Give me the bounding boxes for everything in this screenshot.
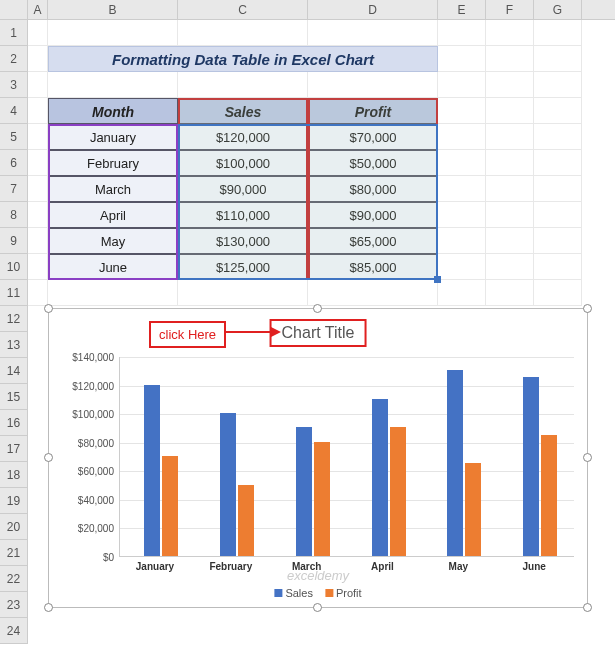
table-row: 7March$90,000$80,000 bbox=[0, 176, 615, 202]
col-header[interactable]: A bbox=[28, 0, 48, 19]
row-header[interactable]: 14 bbox=[0, 358, 28, 384]
row-header[interactable]: 8 bbox=[0, 202, 28, 228]
y-tick-label: $20,000 bbox=[78, 523, 114, 534]
bar-sales[interactable] bbox=[144, 385, 160, 556]
row-header[interactable]: 4 bbox=[0, 98, 28, 124]
col-header[interactable]: G bbox=[534, 0, 582, 19]
y-tick-label: $80,000 bbox=[78, 437, 114, 448]
col-header[interactable]: C bbox=[178, 0, 308, 19]
resize-handle[interactable] bbox=[44, 603, 53, 612]
col-header[interactable]: D bbox=[308, 0, 438, 19]
row-header[interactable]: 16 bbox=[0, 410, 28, 436]
row-header[interactable]: 7 bbox=[0, 176, 28, 202]
row-header[interactable]: 17 bbox=[0, 436, 28, 462]
bar-profit[interactable] bbox=[314, 442, 330, 556]
table-row: 6February$100,000$50,000 bbox=[0, 150, 615, 176]
row-header[interactable]: 5 bbox=[0, 124, 28, 150]
selection-handle[interactable] bbox=[434, 276, 441, 283]
y-tick-label: $140,000 bbox=[72, 352, 114, 363]
x-tick-label: March bbox=[277, 561, 337, 572]
bar-sales[interactable] bbox=[372, 399, 388, 556]
row-header[interactable]: 19 bbox=[0, 488, 28, 514]
row-header[interactable]: 1 bbox=[0, 20, 28, 46]
resize-handle[interactable] bbox=[44, 304, 53, 313]
table-header-sales[interactable]: Sales bbox=[178, 98, 308, 124]
table-header-month[interactable]: Month bbox=[48, 98, 178, 124]
x-tick-label: May bbox=[428, 561, 488, 572]
row-header[interactable]: 12 bbox=[0, 306, 28, 332]
table-row: 9May$130,000$65,000 bbox=[0, 228, 615, 254]
y-tick-label: $120,000 bbox=[72, 380, 114, 391]
y-tick-label: $0 bbox=[103, 552, 114, 563]
legend-item-sales: Sales bbox=[274, 587, 313, 599]
y-tick-label: $60,000 bbox=[78, 466, 114, 477]
resize-handle[interactable] bbox=[583, 304, 592, 313]
col-header[interactable]: E bbox=[438, 0, 486, 19]
bar-sales[interactable] bbox=[220, 413, 236, 556]
chart-title[interactable]: Chart Title bbox=[270, 319, 367, 347]
swatch-icon bbox=[325, 589, 333, 597]
bar-profit[interactable] bbox=[162, 456, 178, 556]
row-header[interactable]: 6 bbox=[0, 150, 28, 176]
col-header[interactable]: F bbox=[486, 0, 534, 19]
x-tick-label: February bbox=[201, 561, 261, 572]
legend-item-profit: Profit bbox=[325, 587, 362, 599]
col-header[interactable]: B bbox=[48, 0, 178, 19]
row-header[interactable]: 10 bbox=[0, 254, 28, 280]
bar-sales[interactable] bbox=[296, 427, 312, 556]
table-row: 5January$120,000$70,000 bbox=[0, 124, 615, 150]
bar-sales[interactable] bbox=[447, 370, 463, 556]
row-header[interactable]: 22 bbox=[0, 566, 28, 592]
swatch-icon bbox=[274, 589, 282, 597]
resize-handle[interactable] bbox=[583, 453, 592, 462]
callout-label: click Here bbox=[149, 321, 226, 348]
table-row: 8April$110,000$90,000 bbox=[0, 202, 615, 228]
resize-handle[interactable] bbox=[313, 304, 322, 313]
bar-profit[interactable] bbox=[465, 463, 481, 556]
row-header[interactable]: 20 bbox=[0, 514, 28, 540]
row-header[interactable]: 23 bbox=[0, 592, 28, 618]
embedded-chart[interactable]: click Here Chart Title $140,000 $120,000… bbox=[48, 308, 588, 608]
table-header-profit[interactable]: Profit bbox=[308, 98, 438, 124]
select-all-corner[interactable] bbox=[0, 0, 28, 19]
x-tick-label: June bbox=[504, 561, 564, 572]
row-header[interactable]: 24 bbox=[0, 618, 28, 644]
x-tick-label: January bbox=[125, 561, 185, 572]
page-title[interactable]: Formatting Data Table in Excel Chart bbox=[48, 46, 438, 72]
resize-handle[interactable] bbox=[583, 603, 592, 612]
row-header[interactable]: 9 bbox=[0, 228, 28, 254]
row-header[interactable]: 18 bbox=[0, 462, 28, 488]
bar-profit[interactable] bbox=[238, 485, 254, 556]
row-header[interactable]: 3 bbox=[0, 72, 28, 98]
resize-handle[interactable] bbox=[44, 453, 53, 462]
y-tick-label: $100,000 bbox=[72, 409, 114, 420]
plot-area[interactable]: $140,000 $120,000 $100,000 $80,000 $60,0… bbox=[119, 357, 574, 557]
row-header[interactable]: 2 bbox=[0, 46, 28, 72]
bar-profit[interactable] bbox=[541, 435, 557, 556]
row-header[interactable]: 11 bbox=[0, 280, 28, 306]
table-row: 10June$125,000$85,000 bbox=[0, 254, 615, 280]
column-header-row: A B C D E F G bbox=[0, 0, 615, 20]
resize-handle[interactable] bbox=[313, 603, 322, 612]
row-header[interactable]: 13 bbox=[0, 332, 28, 358]
row-header[interactable]: 21 bbox=[0, 540, 28, 566]
chart-legend[interactable]: Sales Profit bbox=[274, 587, 361, 599]
row-header[interactable]: 15 bbox=[0, 384, 28, 410]
x-tick-label: April bbox=[353, 561, 413, 572]
bar-profit[interactable] bbox=[390, 427, 406, 556]
bar-sales[interactable] bbox=[523, 377, 539, 556]
y-tick-label: $40,000 bbox=[78, 494, 114, 505]
